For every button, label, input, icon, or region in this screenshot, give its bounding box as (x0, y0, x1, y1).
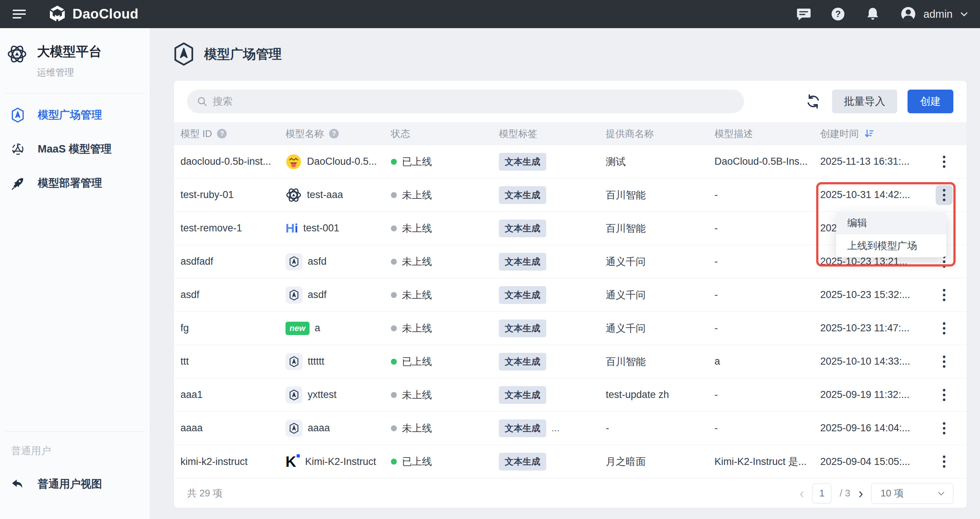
kebab-icon (943, 388, 946, 402)
refresh-button[interactable] (805, 93, 822, 110)
main-content: 模型广场管理 批量导入 创建 模型 ID? (150, 28, 980, 519)
table-row[interactable]: test-ruby-01 test-aaa 未上线 文本生成 百川智能 - 20… (174, 179, 967, 212)
created-time: 2025-10-23 15:32:... (814, 289, 921, 300)
svg-text:?: ? (835, 9, 841, 19)
menu-item-publish-to-marketplace[interactable]: 上线到模型广场 (836, 234, 947, 257)
page-size-select[interactable]: 10 项 (871, 483, 953, 504)
sidebar-item-label: 普通用户视图 (38, 477, 102, 492)
table-row[interactable]: ttt tttttt 已上线 文本生成 百川智能 a 2025-10-10 14… (174, 345, 967, 378)
platform-logo-icon (6, 44, 27, 66)
table-row[interactable]: fg new a 未上线 文本生成 通义千问 - 2025-10-23 11:4… (174, 312, 967, 345)
provider: 通义千问 (599, 255, 708, 268)
column-header-model-name: 模型名称? (279, 127, 384, 140)
kebab-icon (943, 188, 946, 202)
hi-logo-model-icon: Hi (285, 221, 298, 235)
search-box[interactable] (187, 89, 744, 113)
sidebar: 大模型平台 运维管理 模型广场管理 MaaS 模型管理 (0, 28, 150, 519)
chevron-down-icon (959, 9, 969, 19)
provider: 月之暗面 (599, 455, 708, 468)
row-actions-button[interactable] (935, 385, 953, 405)
refresh-icon (805, 93, 822, 110)
status: 已上线 (384, 355, 492, 368)
status-dot (391, 225, 397, 232)
menu-toggle-button[interactable] (11, 6, 28, 22)
column-header-description: 模型描述 (708, 127, 814, 140)
model-id: fg (174, 323, 279, 334)
avatar-icon (900, 6, 917, 22)
model-tag: 文本生成 (492, 319, 599, 337)
kebab-icon (943, 455, 946, 468)
sidebar-divider (5, 431, 145, 432)
status-dot (391, 392, 397, 398)
status-dot (391, 259, 397, 265)
model-tag: 文本生成 (492, 353, 599, 370)
model-id: test-ruby-01 (174, 189, 279, 201)
menu-item-edit[interactable]: 编辑 (836, 211, 947, 234)
previous-page-button[interactable]: ‹ (800, 486, 804, 500)
username: admin (923, 8, 953, 20)
status: 未上线 (384, 255, 492, 268)
created-time: 2025-10-10 14:33:... (814, 356, 921, 367)
description: a (708, 356, 814, 367)
sidebar-item-model-deployment[interactable]: 模型部署管理 (0, 166, 150, 200)
model-id: asdf (174, 289, 279, 300)
model-tag: 文本生成 (492, 453, 599, 471)
model-name: new a (279, 322, 384, 335)
feedback-button[interactable] (795, 6, 811, 22)
hexagon-model-icon (11, 107, 24, 123)
sidebar-item-normal-user-view[interactable]: 普通用户视图 (0, 467, 150, 501)
status-dot (391, 425, 397, 431)
created-time: 2025-10-31 14:42:... (814, 189, 921, 201)
table-row[interactable]: asdf asdf 未上线 文本生成 通义千问 - 2025-10-23 15:… (174, 278, 967, 312)
atom-model-icon (285, 187, 302, 203)
status: 未上线 (384, 422, 492, 435)
platform-title: 大模型平台 (37, 43, 102, 60)
help-tooltip-icon[interactable]: ? (329, 129, 339, 139)
row-actions-button[interactable] (935, 285, 953, 305)
model-id: daocloud-0.5b-inst... (174, 156, 279, 167)
notifications-button[interactable] (865, 6, 881, 22)
chevron-down-icon (937, 489, 946, 498)
chat-icon (795, 6, 811, 22)
next-page-button[interactable]: › (858, 486, 863, 500)
status: 已上线 (384, 155, 492, 168)
row-actions-button[interactable] (935, 452, 953, 472)
search-input[interactable] (213, 96, 735, 107)
hamburger-icon (11, 6, 27, 22)
topbar: DaoCloud ? admin (0, 0, 980, 28)
page-number-input[interactable] (812, 484, 831, 503)
table-row[interactable]: aaaa aaaa 未上线 文本生成... - - 2025-09-16 14:… (174, 412, 967, 445)
row-actions-menu: 编辑 上线到模型广场 (836, 211, 947, 257)
brand[interactable]: DaoCloud (48, 5, 139, 23)
table-row[interactable]: aaa1 yxttest 未上线 文本生成 test-update zh - 2… (174, 378, 967, 412)
kebab-icon (943, 288, 946, 302)
create-button[interactable]: 创建 (907, 89, 953, 113)
model-name: Hi test-001 (279, 221, 384, 235)
sidebar-item-label: 模型部署管理 (38, 176, 102, 191)
row-actions-button[interactable] (935, 318, 953, 339)
row-actions-button-open[interactable] (935, 185, 953, 205)
help-tooltip-icon[interactable]: ? (217, 129, 227, 139)
model-tag: 文本生成 (492, 286, 599, 304)
sidebar-item-model-marketplace[interactable]: 模型广场管理 (0, 98, 150, 132)
status: 已上线 (384, 455, 492, 468)
model-name: DaoCloud-0.5... (279, 153, 384, 170)
row-actions-button[interactable] (935, 352, 953, 372)
description: - (708, 323, 814, 334)
model-name: asfd (279, 253, 384, 270)
row-actions-button[interactable] (935, 418, 953, 438)
user-menu[interactable]: admin (900, 6, 969, 22)
table-row[interactable]: daocloud-0.5b-inst... DaoCloud-0.5... 已上… (174, 145, 967, 179)
row-actions-button[interactable] (935, 152, 953, 172)
model-tag: 文本生成 (492, 186, 599, 204)
help-button[interactable]: ? (830, 6, 846, 22)
column-header-tag: 模型标签 (492, 127, 599, 140)
new-badge-model-icon: new (285, 322, 310, 335)
table-toolbar: 批量导入 创建 (174, 81, 967, 122)
sort-descending-icon[interactable] (864, 128, 874, 139)
batch-import-button[interactable]: 批量导入 (832, 89, 897, 113)
table-row[interactable]: kimi-k2-instruct K Kimi-K2-Instruct 已上线 … (174, 445, 967, 478)
created-time: 2025-09-19 11:32:... (814, 389, 921, 401)
sidebar-item-maas-models[interactable]: MaaS 模型管理 (0, 132, 150, 166)
sidebar-item-label: 模型广场管理 (38, 108, 102, 123)
